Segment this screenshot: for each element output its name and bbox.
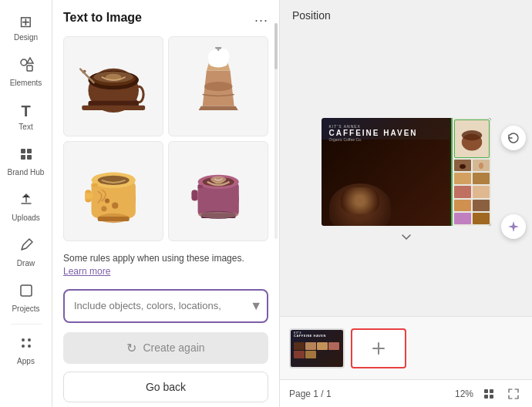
prompt-input[interactable] [63,289,268,323]
svg-point-10 [22,345,25,348]
dropdown-icon[interactable]: ▼ [250,299,262,313]
create-again-button[interactable]: ↻ Create again [63,332,268,364]
thumb-cell-5[interactable] [454,186,471,197]
elements-icon [19,57,34,76]
draw-icon [19,237,34,257]
learn-more-link[interactable]: Learn more [63,266,110,277]
sparkle-button[interactable] [501,214,526,239]
generated-image-3[interactable] [63,141,163,241]
generated-image-2[interactable] [168,36,268,136]
svg-rect-1 [27,66,32,71]
go-back-button[interactable]: Go back [63,372,268,402]
rules-text: Some rules apply when using these images… [52,246,279,284]
sidebar-item-apps-label: Apps [17,357,35,365]
svg-rect-3 [21,149,25,153]
svg-rect-4 [27,149,32,153]
sidebar: ⊞ Design Elements T Text Brand Hub Uploa… [0,0,52,407]
thumb-row-4 [454,200,490,211]
sidebar-item-projects-label: Projects [12,304,39,313]
svg-marker-2 [27,58,33,63]
generated-image-4[interactable] [168,141,268,241]
svg-point-0 [21,59,27,66]
page-thumb-inner: KIT'S CAFFEINE HAVEN [291,330,343,367]
thumb-cell-7[interactable] [454,200,471,211]
rotate-button[interactable] [501,126,526,150]
svg-point-50 [197,212,238,218]
zoom-level: 12% [455,388,473,399]
thumb-cell-2[interactable] [473,160,490,171]
sidebar-item-draw-label: Draw [17,259,35,267]
uploads-icon [19,192,34,211]
design-preview[interactable]: KIT'S ANNEX CAFFEINE HAVEN Organic Coffe… [322,118,491,226]
position-header: Position [280,0,532,28]
thumb-cell-6[interactable] [473,186,490,197]
text-icon: T [21,103,30,120]
sidebar-item-brand[interactable]: Brand Hub [3,140,49,183]
svg-rect-40 [98,217,130,221]
add-page-button[interactable] [351,328,406,368]
sidebar-item-uploads[interactable]: Uploads [3,186,49,228]
panel-scrollbar-thumb[interactable] [274,23,278,69]
svg-rect-57 [484,395,488,399]
right-panel: Position KIT'S ANNEX CAFFEINE HAVEN Orga… [280,0,532,407]
svg-rect-7 [21,285,32,296]
svg-rect-34 [85,193,93,199]
thumb-row-5 [454,213,490,224]
thumb-cell-3[interactable] [454,173,471,184]
thumb-cell-10[interactable] [473,213,490,224]
sidebar-item-draw[interactable]: Draw [3,231,49,274]
svg-rect-58 [490,395,493,399]
sidebar-item-text-label: Text [19,123,32,131]
svg-rect-44 [197,185,202,188]
thumb-row-1 [454,160,490,171]
panel-more-button[interactable]: ... [254,9,268,25]
thumb-cell-9[interactable] [454,213,471,224]
sidebar-item-text[interactable]: T Text [3,96,49,137]
thumb-cell-4[interactable] [473,173,490,184]
svg-point-52 [461,130,481,140]
panel-scrollbar [274,23,278,239]
page-1-thumbnail[interactable]: KIT'S CAFFEINE HAVEN [289,328,345,368]
generated-image-1[interactable] [63,36,163,136]
image-grid [52,32,279,246]
svg-point-28 [204,82,233,91]
svg-rect-56 [490,389,493,393]
apps-icon [19,335,34,355]
sidebar-item-uploads-label: Uploads [12,214,40,222]
svg-point-36 [105,198,109,203]
svg-rect-5 [21,155,25,160]
page-info: Page 1 / 1 [289,388,332,399]
svg-rect-55 [484,389,488,393]
svg-point-37 [112,202,118,208]
design-text-overlay: KIT'S ANNEX CAFFEINE HAVEN Organic Coffe… [329,124,418,142]
thumb-cell-1[interactable] [454,160,471,171]
thumb-selected[interactable] [454,119,490,158]
sidebar-item-projects[interactable]: Projects [3,277,49,319]
svg-point-8 [22,338,25,341]
sidebar-divider [11,324,42,325]
sidebar-item-elements[interactable]: Elements [3,51,49,93]
svg-point-53 [460,164,466,169]
sidebar-item-brand-label: Brand Hub [8,168,45,177]
thumb-cell-8[interactable] [473,200,490,211]
canvas-area[interactable]: KIT'S ANNEX CAFFEINE HAVEN Organic Coffe… [280,28,532,316]
svg-rect-6 [27,155,32,160]
thumb-row-3 [454,186,490,197]
thumb-row-2 [454,173,490,184]
sidebar-item-elements-label: Elements [10,79,42,87]
expand-button[interactable] [504,385,523,403]
sidebar-item-apps[interactable]: Apps [3,329,49,372]
panel-header: Text to Image ... [52,0,279,32]
sidebar-item-design[interactable]: ⊞ Design [3,6,49,48]
panel-title: Text to Image [63,11,142,25]
chevron-down-button[interactable] [397,228,416,247]
coffee-bg [322,140,450,226]
svg-rect-32 [91,183,97,187]
svg-rect-45 [191,190,197,200]
brand-icon [19,146,34,166]
svg-point-38 [101,206,106,211]
grid-view-button[interactable] [480,385,498,403]
svg-point-54 [479,163,483,169]
svg-point-11 [28,345,31,348]
design-thumbnails-strip [451,118,491,226]
